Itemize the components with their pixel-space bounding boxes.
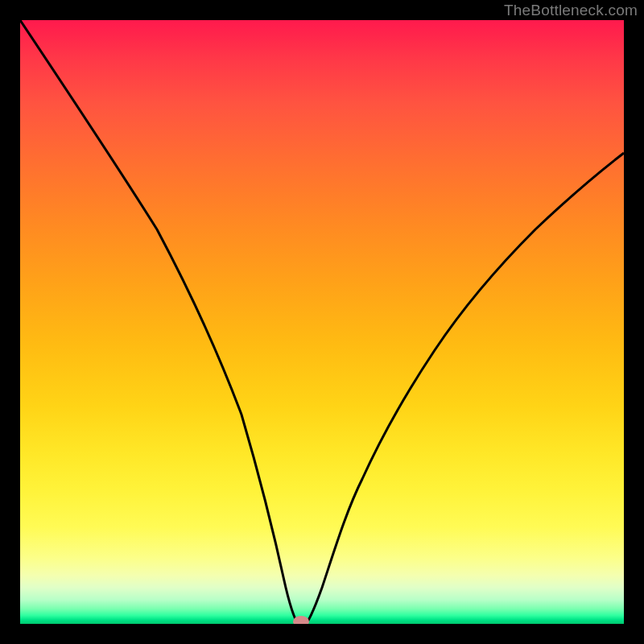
watermark-text: TheBottleneck.com bbox=[504, 2, 638, 19]
plot-area bbox=[20, 20, 624, 624]
chart-frame: TheBottleneck.com bbox=[0, 0, 644, 644]
curve-layer bbox=[20, 20, 624, 624]
bottleneck-curve bbox=[20, 20, 624, 624]
